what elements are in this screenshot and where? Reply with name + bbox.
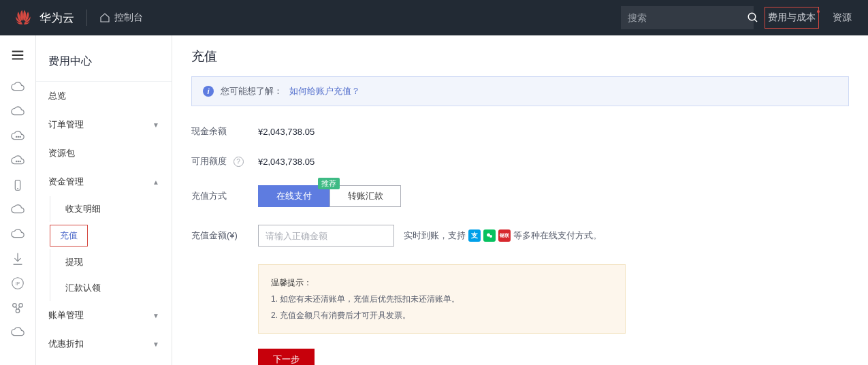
page-title: 充值 [191,48,849,65]
sub-transactions[interactable]: 收支明细 [50,196,172,222]
svg-point-6 [18,136,18,137]
next-button[interactable]: 下一步 [258,349,315,365]
value-available-quota: ¥2,043,738.05 [258,157,315,167]
alipay-icon: 支 [468,229,481,242]
header-divider [86,10,87,26]
caret-down-icon: ▼ [152,340,159,348]
sub-withdraw[interactable]: 提现 [50,249,172,275]
nav-overview[interactable]: 总览 [36,82,172,110]
amount-hint: 实时到账，支持 支 银联 等多种在线支付方式。 [404,229,602,242]
info-prefix: 您可能想了解： [221,85,283,97]
caret-down-icon: ▼ [152,312,159,319]
rail-icon-network[interactable] [0,296,36,320]
svg-point-17 [16,309,20,313]
unionpay-icon: 银联 [498,229,511,242]
home-icon [99,12,110,23]
tips-box: 温馨提示： 1. 如您有未还清账单，充值后优先抵扣未还清账单。 2. 充值金额只… [258,264,626,334]
label-cash-balance: 现金余额 [191,125,258,138]
svg-point-5 [16,136,17,137]
svg-text:IP: IP [16,281,20,286]
label-available-quota: 可用额度 ? [191,155,258,168]
menu-toggle[interactable] [0,35,36,75]
wechat-icon [483,229,496,242]
search-box[interactable] [621,6,754,29]
huawei-logo-icon [14,8,33,27]
nav-resource-pkg[interactable]: 资源包 [36,139,172,168]
rail-icon-cloud-3[interactable] [0,148,36,173]
search-icon[interactable] [747,12,759,24]
resources-link[interactable]: 资源 [830,7,854,28]
sub-remit-claim[interactable]: 汇款认领 [50,275,172,301]
console-link[interactable]: 控制台 [99,12,143,24]
svg-line-19 [18,306,20,309]
rail-icon-cloud-dots[interactable] [0,124,36,148]
sidebar-title: 费用中心 [36,49,172,82]
svg-point-7 [20,136,20,137]
value-cash-balance: ¥2,043,738.05 [258,127,315,137]
caret-up-icon: ▲ [152,178,159,186]
info-banner: i 您可能想了解： 如何给账户充值？ [191,76,849,106]
method-transfer[interactable]: 转账汇款 [329,185,401,207]
nav-funds[interactable]: 资金管理▲ [36,168,172,196]
tips-line-1: 1. 如您有未还清账单，充值后优先抵扣未还清账单。 [271,291,613,307]
svg-line-1 [754,19,757,22]
rail-icon-device[interactable] [0,173,36,197]
amount-input[interactable] [258,225,394,247]
search-input[interactable] [628,12,747,23]
sub-recharge[interactable]: 充值 [50,225,88,247]
nav-discounts[interactable]: 优惠折扣▼ [36,330,172,358]
tips-line-2: 2. 充值金额只有消费后才可开具发票。 [271,307,613,323]
rail-icon-cloud-5[interactable] [0,222,36,247]
caret-down-icon: ▼ [152,121,159,129]
info-icon: i [203,86,214,97]
label-method: 充值方式 [191,190,258,202]
rail-icon-deploy[interactable] [0,247,36,271]
svg-point-8 [16,161,17,161]
console-label: 控制台 [114,12,143,24]
svg-point-9 [18,161,18,161]
billing-link[interactable]: 费用与成本 [765,7,819,29]
rail-icon-cloud-6[interactable] [0,320,36,345]
info-link[interactable]: 如何给账户充值？ [289,85,360,97]
nav-contracts[interactable]: 合同管理 [36,358,172,365]
svg-point-21 [489,235,492,238]
recommend-badge: 推荐 [318,178,340,189]
help-icon[interactable]: ? [234,157,244,167]
svg-point-0 [748,13,756,20]
svg-point-10 [20,161,20,161]
rail-icon-cloud-1[interactable] [0,75,36,99]
notification-dot-icon [817,10,820,13]
label-amount: 充值金额(¥) [191,229,258,242]
rail-icon-cloud-2[interactable] [0,99,36,124]
nav-bills[interactable]: 账单管理▼ [36,301,172,330]
rail-icon-ip[interactable]: IP [0,271,36,296]
tips-title: 温馨提示： [271,274,613,291]
nav-orders[interactable]: 订单管理▼ [36,110,172,139]
svg-line-18 [16,306,17,309]
rail-icon-cloud-4[interactable] [0,197,36,222]
brand-name: 华为云 [39,10,74,26]
